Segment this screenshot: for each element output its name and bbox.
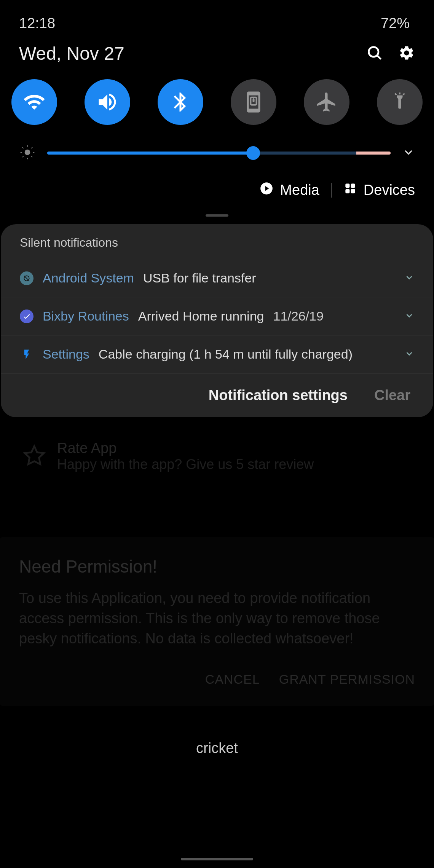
brightness-row <box>0 136 434 174</box>
quick-toggles <box>0 75 434 136</box>
svg-marker-23 <box>25 446 44 464</box>
brightness-thumb[interactable] <box>246 146 260 160</box>
svg-line-13 <box>31 156 32 157</box>
brightness-icon <box>19 144 36 162</box>
toggle-sound[interactable] <box>85 79 130 125</box>
svg-rect-18 <box>345 183 349 188</box>
nav-pill[interactable] <box>181 858 253 860</box>
cancel-button[interactable]: CANCEL <box>205 672 260 687</box>
media-label: Media <box>280 182 319 198</box>
grant-permission-button[interactable]: GRANT PERMISSION <box>279 672 415 687</box>
separator <box>331 183 332 198</box>
status-bar: 12:18 72% <box>0 0 434 35</box>
toggle-airplane[interactable] <box>304 79 349 125</box>
notif-app-name: Settings <box>43 347 89 362</box>
carrier-label: cricket <box>0 740 434 756</box>
chevron-down-icon[interactable] <box>404 271 414 286</box>
svg-point-0 <box>369 47 378 57</box>
dialog-body: To use this Application, you need to pro… <box>19 588 415 649</box>
notification-footer: Notification settings Clear <box>1 373 433 417</box>
chevron-down-icon[interactable] <box>404 347 414 362</box>
svg-rect-19 <box>351 183 355 188</box>
toggle-bluetooth[interactable] <box>158 79 203 125</box>
notification-panel: Silent notifications Android System USB … <box>1 224 433 417</box>
svg-line-14 <box>22 156 24 157</box>
play-circle-icon <box>259 181 274 199</box>
devices-shortcut[interactable]: Devices <box>343 181 415 199</box>
battery-percent: 72% <box>381 15 410 32</box>
expand-chevron-icon[interactable] <box>402 146 415 160</box>
media-shortcut[interactable]: Media <box>259 181 319 199</box>
notif-app-name: Bixby Routines <box>43 309 129 324</box>
chevron-down-icon[interactable] <box>404 309 414 324</box>
settings-gear-icon[interactable] <box>398 45 415 63</box>
notification-item-android-system[interactable]: Android System USB for file transfer <box>1 259 433 297</box>
svg-line-12 <box>22 147 24 148</box>
notif-date: 11/26/19 <box>273 309 323 324</box>
brightness-slider[interactable] <box>47 152 391 155</box>
rate-title: Rate App <box>57 440 314 456</box>
notif-text: Cable charging (1 h 54 m until fully cha… <box>99 347 353 362</box>
svg-rect-20 <box>345 189 349 193</box>
notification-settings-button[interactable]: Notification settings <box>209 387 348 404</box>
search-icon[interactable] <box>366 45 383 63</box>
devices-label: Devices <box>364 182 415 198</box>
notif-app-name: Android System <box>43 271 134 286</box>
star-icon <box>23 444 46 469</box>
bixby-icon <box>20 310 34 323</box>
notification-item-settings[interactable]: Settings Cable charging (1 h 54 m until … <box>1 335 433 373</box>
rate-subtitle: Happy with the app? Give us 5 star revie… <box>57 456 314 472</box>
clear-button[interactable]: Clear <box>374 387 410 404</box>
dialog-title: Need Permission! <box>19 556 415 577</box>
silent-notifications-header: Silent notifications <box>1 224 433 259</box>
status-right: 72% <box>359 15 415 32</box>
svg-line-5 <box>395 94 397 95</box>
date-text: Wed, Nov 27 <box>19 43 124 64</box>
toggle-rotation-lock[interactable] <box>231 79 276 125</box>
drag-handle[interactable] <box>206 214 228 217</box>
svg-point-3 <box>253 100 255 102</box>
background-content: Rate App Happy with the app? Give us 5 s… <box>0 417 434 503</box>
svg-line-15 <box>31 147 32 148</box>
svg-line-6 <box>403 94 405 95</box>
notif-text: USB for file transfer <box>143 271 256 286</box>
date-row: Wed, Nov 27 <box>0 35 434 75</box>
grid-icon <box>343 181 357 199</box>
shortcuts-row: Media Devices <box>0 174 434 211</box>
toggle-flashlight[interactable] <box>377 79 423 125</box>
lightning-icon <box>20 348 34 361</box>
svg-rect-21 <box>351 189 355 193</box>
notification-item-bixby[interactable]: Bixby Routines Arrived Home running 11/2… <box>1 297 433 335</box>
svg-point-7 <box>25 150 30 155</box>
android-system-icon <box>20 271 34 285</box>
status-time: 12:18 <box>19 15 55 32</box>
toggle-wifi[interactable] <box>11 79 57 125</box>
rate-app-card: Rate App Happy with the app? Give us 5 s… <box>11 432 423 488</box>
notif-text: Arrived Home running <box>138 309 264 324</box>
permission-dialog: Need Permission! To use this Application… <box>0 537 434 706</box>
svg-line-1 <box>377 56 381 59</box>
